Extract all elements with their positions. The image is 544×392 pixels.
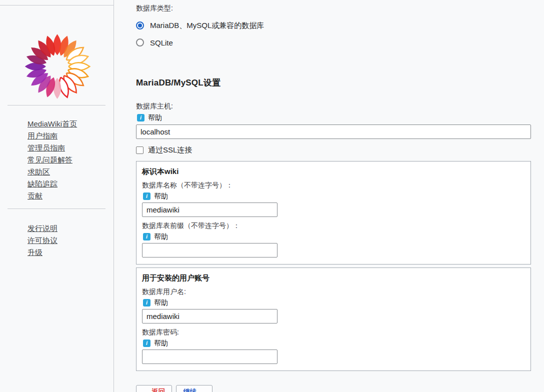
nav-item: MediaWiki首页 <box>28 118 77 130</box>
help-label: 帮助 <box>148 114 162 122</box>
info-icon: i <box>143 340 150 347</box>
radio-label-sqlite: SQLite <box>150 38 173 47</box>
db-password-input[interactable] <box>142 350 278 364</box>
sidebar: MediaWiki首页 用户指南 管理员指南 常见问题解答 求助区 缺陷追踪 贡… <box>0 0 114 392</box>
sidebar-nav-primary: MediaWiki首页 用户指南 管理员指南 常见问题解答 求助区 缺陷追踪 贡… <box>28 118 77 202</box>
sidebar-link-contribute[interactable]: 贡献 <box>28 192 42 200</box>
info-icon: i <box>143 299 150 306</box>
fieldset-install-account-legend: 用于安装的用户账号 <box>142 274 525 283</box>
nav-item: 发行说明 <box>28 222 58 234</box>
help-label: 帮助 <box>154 339 168 348</box>
help-label: 帮助 <box>154 232 168 242</box>
sidebar-nav-secondary: 发行说明 许可协议 升级 <box>28 222 58 258</box>
db-username-label: 数据库用户名: <box>142 288 525 296</box>
help-label: 帮助 <box>154 192 168 201</box>
nav-item: 许可协议 <box>28 234 58 246</box>
sidebar-link-upgrade[interactable]: 升级 <box>28 248 42 256</box>
radio-button-sqlite[interactable] <box>136 38 144 46</box>
radio-button-mariadb[interactable] <box>136 22 144 30</box>
db-password-help-link[interactable]: i 帮助 <box>142 339 172 348</box>
db-username-help-link[interactable]: i 帮助 <box>142 298 172 307</box>
sidebar-link-license[interactable]: 许可协议 <box>28 236 58 244</box>
sidebar-top-divider <box>0 5 114 6</box>
db-host-help-link[interactable]: i 帮助 <box>136 114 166 122</box>
sidebar-link-bug-tracker[interactable]: 缺陷追踪 <box>28 180 58 188</box>
db-host-label: 数据库主机: <box>136 102 531 111</box>
db-prefix-input[interactable] <box>142 243 278 258</box>
fieldset-install-account: 用于安装的用户账号 数据库用户名: i 帮助 数据库密码: i 帮助 <box>136 268 531 371</box>
info-icon: i <box>137 114 144 122</box>
ssl-checkbox-label: 通过SSL连接 <box>148 146 192 155</box>
db-username-input[interactable] <box>142 309 278 324</box>
nav-item: 用户指南 <box>28 130 77 142</box>
nav-item: 管理员指南 <box>28 142 77 154</box>
radio-label-mariadb: MariaDB、MySQL或兼容的数据库 <box>150 21 264 30</box>
continue-button[interactable]: 继续 → <box>176 385 212 392</box>
back-button[interactable]: ← 返回 <box>136 385 172 392</box>
sidebar-link-user-guide[interactable]: 用户指南 <box>28 132 58 140</box>
ssl-checkbox[interactable] <box>136 146 144 154</box>
nav-item: 求助区 <box>28 166 77 178</box>
section-title-mysql-settings: MariaDB/MySQL设置 <box>136 77 531 88</box>
db-password-label: 数据库密码: <box>142 328 525 337</box>
sidebar-link-release-notes[interactable]: 发行说明 <box>28 224 58 232</box>
sidebar-group-divider <box>8 208 106 209</box>
db-name-input[interactable] <box>142 202 278 217</box>
sidebar-link-admin-guide[interactable]: 管理员指南 <box>28 144 65 152</box>
radio-option-sqlite[interactable]: SQLite <box>136 38 531 47</box>
sidebar-link-faq[interactable]: 常见问题解答 <box>28 156 72 164</box>
sidebar-link-help-desk[interactable]: 求助区 <box>28 168 50 176</box>
fieldset-wiki-identity: 标识本wiki 数据库名称（不带连字号）： i 帮助 数据库表前缀（不带连字号）… <box>136 161 531 264</box>
help-label: 帮助 <box>154 298 168 308</box>
db-host-input[interactable] <box>136 124 531 139</box>
installer-page: MediaWiki首页 用户指南 管理员指南 常见问题解答 求助区 缺陷追踪 贡… <box>0 0 544 392</box>
nav-item: 常见问题解答 <box>28 154 77 166</box>
db-type-label: 数据库类型: <box>136 4 531 13</box>
info-icon: i <box>143 233 150 240</box>
nav-item: 缺陷追踪 <box>28 178 77 190</box>
sidebar-link-mediawiki-home[interactable]: MediaWiki首页 <box>28 120 77 128</box>
ssl-checkbox-row[interactable]: 通过SSL连接 <box>136 146 531 154</box>
info-icon: i <box>143 192 150 200</box>
fieldset-wiki-identity-legend: 标识本wiki <box>142 167 525 176</box>
db-prefix-help-link[interactable]: i 帮助 <box>142 232 172 241</box>
db-name-label: 数据库名称（不带连字号）： <box>142 181 525 190</box>
nav-item: 贡献 <box>28 190 77 202</box>
nav-item: 升级 <box>28 246 58 258</box>
db-name-help-link[interactable]: i 帮助 <box>142 192 172 200</box>
installer-form: 数据库类型: MariaDB、MySQL或兼容的数据库 SQLite Maria… <box>136 0 531 392</box>
radio-option-mariadb[interactable]: MariaDB、MySQL或兼容的数据库 <box>136 21 531 30</box>
mediawiki-logo <box>21 28 94 104</box>
db-prefix-label: 数据库表前缀（不带连字号）： <box>142 222 525 230</box>
form-buttons: ← 返回 继续 → <box>136 385 531 392</box>
sidebar-logo-divider <box>8 105 106 106</box>
